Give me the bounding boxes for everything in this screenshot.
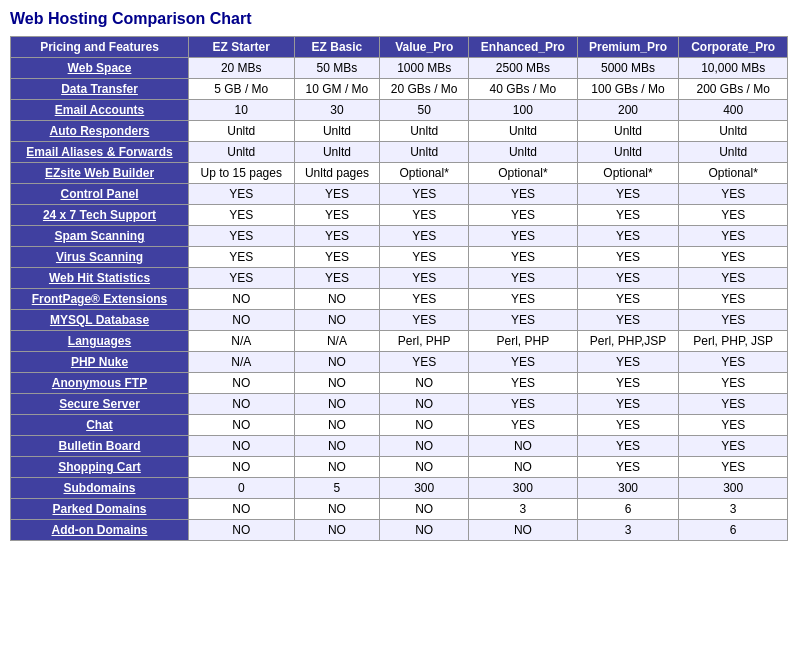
feature-cell[interactable]: FrontPage® Extensions — [11, 289, 189, 310]
data-cell: 10,000 MBs — [679, 58, 788, 79]
data-cell: NO — [380, 373, 469, 394]
feature-link[interactable]: Bulletin Board — [58, 439, 140, 453]
table-row: Control PanelYESYESYESYESYESYES — [11, 184, 788, 205]
data-cell: YES — [679, 268, 788, 289]
feature-link[interactable]: Web Hit Statistics — [49, 271, 150, 285]
feature-link[interactable]: Web Space — [68, 61, 132, 75]
feature-cell[interactable]: Parked Domains — [11, 499, 189, 520]
feature-link[interactable]: Email Accounts — [55, 103, 145, 117]
data-cell: YES — [380, 289, 469, 310]
feature-link[interactable]: 24 x 7 Tech Support — [43, 208, 156, 222]
data-cell: YES — [577, 352, 679, 373]
data-cell: YES — [294, 268, 380, 289]
feature-link[interactable]: FrontPage® Extensions — [32, 292, 168, 306]
data-cell: Optional* — [679, 163, 788, 184]
data-cell: 6 — [679, 520, 788, 541]
data-cell: 0 — [189, 478, 295, 499]
data-cell: YES — [577, 247, 679, 268]
feature-link[interactable]: Secure Server — [59, 397, 140, 411]
data-cell: YES — [294, 184, 380, 205]
header-col3: Value_Pro — [380, 37, 469, 58]
data-cell: 2500 MBs — [469, 58, 578, 79]
feature-cell[interactable]: Chat — [11, 415, 189, 436]
data-cell: NO — [294, 520, 380, 541]
data-cell: 30 — [294, 100, 380, 121]
data-cell: NO — [294, 373, 380, 394]
table-row: EZsite Web BuilderUp to 15 pagesUnltd pa… — [11, 163, 788, 184]
table-row: Email Accounts103050100200400 — [11, 100, 788, 121]
feature-link[interactable]: PHP Nuke — [71, 355, 128, 369]
data-cell: NO — [189, 373, 295, 394]
data-cell: YES — [679, 205, 788, 226]
feature-cell[interactable]: Web Space — [11, 58, 189, 79]
feature-cell[interactable]: Virus Scanning — [11, 247, 189, 268]
feature-cell[interactable]: Email Aliases & Forwards — [11, 142, 189, 163]
data-cell: N/A — [294, 331, 380, 352]
feature-link[interactable]: Add-on Domains — [52, 523, 148, 537]
data-cell: NO — [189, 499, 295, 520]
feature-cell[interactable]: MYSQL Database — [11, 310, 189, 331]
feature-cell[interactable]: Data Transfer — [11, 79, 189, 100]
data-cell: NO — [469, 457, 578, 478]
feature-cell[interactable]: Auto Responders — [11, 121, 189, 142]
data-cell: YES — [380, 184, 469, 205]
data-cell: YES — [679, 436, 788, 457]
feature-cell[interactable]: 24 x 7 Tech Support — [11, 205, 189, 226]
feature-link[interactable]: Chat — [86, 418, 113, 432]
data-cell: Unltd — [189, 142, 295, 163]
data-cell: Unltd — [294, 142, 380, 163]
feature-cell[interactable]: EZsite Web Builder — [11, 163, 189, 184]
data-cell: 3 — [679, 499, 788, 520]
data-cell: 400 — [679, 100, 788, 121]
header-col2: EZ Basic — [294, 37, 380, 58]
data-cell: YES — [469, 268, 578, 289]
feature-cell[interactable]: PHP Nuke — [11, 352, 189, 373]
feature-link[interactable]: Shopping Cart — [58, 460, 141, 474]
data-cell: YES — [577, 226, 679, 247]
feature-cell[interactable]: Subdomains — [11, 478, 189, 499]
data-cell: NO — [189, 436, 295, 457]
feature-link[interactable]: Languages — [68, 334, 131, 348]
data-cell: YES — [577, 373, 679, 394]
data-cell: 5 GB / Mo — [189, 79, 295, 100]
feature-cell[interactable]: Languages — [11, 331, 189, 352]
feature-cell[interactable]: Add-on Domains — [11, 520, 189, 541]
feature-link[interactable]: Spam Scanning — [54, 229, 144, 243]
data-cell: NO — [469, 436, 578, 457]
feature-cell[interactable]: Web Hit Statistics — [11, 268, 189, 289]
data-cell: 300 — [380, 478, 469, 499]
feature-link[interactable]: Auto Responders — [49, 124, 149, 138]
header-col6: Corporate_Pro — [679, 37, 788, 58]
feature-link[interactable]: EZsite Web Builder — [45, 166, 154, 180]
feature-link[interactable]: Email Aliases & Forwards — [26, 145, 172, 159]
feature-cell[interactable]: Bulletin Board — [11, 436, 189, 457]
feature-link[interactable]: Virus Scanning — [56, 250, 143, 264]
data-cell: NO — [380, 436, 469, 457]
data-cell: YES — [469, 226, 578, 247]
data-cell: YES — [577, 184, 679, 205]
feature-link[interactable]: MYSQL Database — [50, 313, 149, 327]
feature-cell[interactable]: Shopping Cart — [11, 457, 189, 478]
data-cell: YES — [679, 226, 788, 247]
feature-cell[interactable]: Anonymous FTP — [11, 373, 189, 394]
data-cell: YES — [380, 352, 469, 373]
header-col5: Premium_Pro — [577, 37, 679, 58]
feature-link[interactable]: Anonymous FTP — [52, 376, 147, 390]
data-cell: NO — [189, 394, 295, 415]
feature-cell[interactable]: Secure Server — [11, 394, 189, 415]
feature-cell[interactable]: Spam Scanning — [11, 226, 189, 247]
header-col4: Enhanced_Pro — [469, 37, 578, 58]
data-cell: YES — [679, 415, 788, 436]
feature-link[interactable]: Parked Domains — [52, 502, 146, 516]
data-cell: YES — [469, 289, 578, 310]
header-feature: Pricing and Features — [11, 37, 189, 58]
data-cell: Unltd — [469, 121, 578, 142]
data-cell: Unltd — [380, 142, 469, 163]
data-cell: YES — [577, 415, 679, 436]
feature-link[interactable]: Subdomains — [63, 481, 135, 495]
feature-cell[interactable]: Email Accounts — [11, 100, 189, 121]
data-cell: NO — [189, 310, 295, 331]
feature-link[interactable]: Data Transfer — [61, 82, 138, 96]
feature-link[interactable]: Control Panel — [60, 187, 138, 201]
feature-cell[interactable]: Control Panel — [11, 184, 189, 205]
